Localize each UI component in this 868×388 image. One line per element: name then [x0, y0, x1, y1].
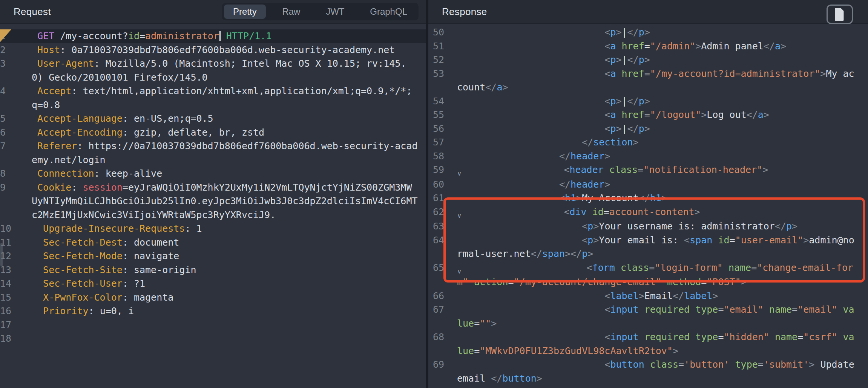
line-number: 6	[0, 127, 6, 138]
code-line: 17	[32, 318, 417, 332]
line-number: 16	[0, 306, 11, 316]
line-number: 7	[0, 141, 6, 151]
line-number: 10	[0, 223, 11, 234]
response-pane-header: Response	[428, 0, 868, 24]
code-line: 57 </section>	[457, 136, 860, 150]
document-icon	[834, 8, 845, 21]
line-number: 61	[433, 192, 444, 203]
code-line: 11Sec-Fetch-Dest: document	[32, 236, 417, 250]
code-line: 69 <button class='button' type='submit'>…	[457, 358, 860, 385]
code-line: 54 <p>|</p>	[457, 95, 860, 108]
code-line: 50 <p>|</p>	[457, 26, 860, 40]
tab-graphql[interactable]: GraphQL	[361, 5, 416, 19]
line-number: 50	[433, 27, 444, 38]
caret-position-corner-marker	[0, 29, 11, 42]
code-line: 9Cookie: session=eyJraWQiOiI0MzhkY2UxMy1…	[32, 181, 417, 222]
line-number: 15	[0, 292, 11, 303]
code-line: 15X-PwnFox-Color: magenta	[32, 291, 417, 305]
code-line: 18	[32, 332, 417, 346]
code-line: 14Sec-Fetch-User: ?1	[32, 277, 417, 291]
line-number: 66	[433, 290, 444, 301]
code-line: 7Referer: https://0a710037039dbd7b806edf…	[32, 139, 417, 167]
code-line: 60 </header>	[457, 178, 860, 192]
line-number: 8	[0, 168, 6, 179]
line-number: 57	[433, 137, 444, 148]
code-line: 10Upgrade-Insecure-Requests: 1	[32, 222, 417, 236]
request-pane: Request PrettyRawJWTGraphQL 1GET /my-acc…	[0, 0, 426, 388]
line-number: 68	[433, 331, 444, 342]
line-number: 12	[0, 251, 11, 261]
request-pane-header: Request PrettyRawJWTGraphQL	[0, 0, 426, 24]
code-line: 65∨ <form class="login-form" name="chang…	[457, 261, 860, 289]
line-number: 18	[0, 333, 11, 344]
line-number: 56	[433, 123, 444, 134]
code-line: 1GET /my-account?id=administrator HTTP/1…	[32, 29, 417, 43]
response-title: Response	[442, 6, 487, 18]
response-editor[interactable]: 50 <p>|</p>51 <a href="/admin">Admin pan…	[428, 23, 868, 388]
line-number: 65	[433, 262, 444, 273]
code-line: 2Host: 0a710037039dbd7b806edf7600ba006d.…	[32, 43, 417, 57]
code-line: 6Accept-Encoding: gzip, deflate, br, zst…	[32, 126, 417, 140]
code-line: 5Accept-Language: en-US,en;q=0.5	[32, 112, 417, 126]
code-line: 66 <label>Email</label>	[457, 289, 860, 303]
code-line: 13Sec-Fetch-Site: same-origin	[32, 263, 417, 277]
chevron-down-icon[interactable]: ∨	[457, 267, 462, 275]
line-number: 54	[433, 96, 444, 107]
line-number: 9	[0, 182, 6, 193]
line-number: 60	[433, 179, 444, 190]
code-line: 59∨ <header class="notification-header">	[457, 163, 860, 178]
line-number: 11	[0, 237, 11, 248]
code-line: 68 <input required type="hidden" name="c…	[457, 330, 860, 358]
line-number: 62	[433, 206, 444, 217]
response-pane: Response 50 <p>|</p>51 <a href="/admin">…	[428, 0, 868, 388]
line-number: 5	[0, 113, 6, 124]
tab-jwt[interactable]: JWT	[317, 5, 353, 19]
line-number: 70	[433, 386, 444, 388]
code-line: 56 <p>|</p>	[457, 122, 860, 136]
request-editor[interactable]: 1GET /my-account?id=administrator HTTP/1…	[0, 23, 426, 388]
code-line: 52 <p>|</p>	[457, 53, 860, 67]
code-line: 58 </header>	[457, 150, 860, 163]
line-number: 3	[0, 58, 6, 69]
code-line: 64 <p>Your email is: <span id="user-emai…	[457, 234, 860, 261]
code-line: 55 <a href="/logout">Log out</a>	[457, 108, 860, 122]
line-number: 13	[0, 264, 11, 275]
chevron-down-icon[interactable]: ∨	[457, 170, 462, 177]
line-number: 55	[433, 109, 444, 120]
request-view-tabbar: PrettyRawJWTGraphQL	[222, 3, 419, 20]
code-line: 12Sec-Fetch-Mode: navigate	[32, 249, 417, 263]
request-title: Request	[14, 6, 51, 18]
line-number: 51	[433, 41, 444, 52]
code-line: 8Connection: keep-alive	[32, 167, 417, 181]
line-number: 2	[0, 44, 6, 55]
code-line: 16Priority: u=0, i	[32, 304, 417, 318]
line-number: 4	[0, 86, 6, 96]
line-number: 67	[433, 304, 444, 315]
code-line: 62∨ <div id=account-content>	[457, 205, 860, 220]
line-number: 53	[433, 68, 444, 79]
line-number: 63	[433, 221, 444, 232]
code-line: 70 </form>	[457, 385, 860, 388]
chevron-down-icon[interactable]: ∨	[457, 212, 462, 219]
code-line: 51 <a href="/admin">Admin panel</a>	[457, 40, 860, 53]
tab-pretty[interactable]: Pretty	[224, 5, 266, 19]
line-number: 14	[0, 278, 11, 289]
code-line: 61 <h1>My Account</h1>	[457, 191, 860, 205]
line-number: 58	[433, 151, 444, 162]
code-line: 67 <input required type="email" name="em…	[457, 303, 860, 330]
line-number: 17	[0, 319, 11, 330]
code-line: 63 <p>Your username is: administrator</p…	[457, 220, 860, 234]
line-number: 64	[433, 235, 444, 246]
code-line: 3User-Agent: Mozilla/5.0 (Macintosh; Int…	[32, 57, 417, 84]
code-line: 4Accept: text/html,application/xhtml+xml…	[32, 84, 417, 112]
line-number: 69	[433, 359, 444, 370]
line-number: 52	[433, 54, 444, 65]
tab-raw[interactable]: Raw	[273, 5, 309, 19]
code-line: 53 <a href="/my-account?id=administrator…	[457, 67, 860, 95]
line-number: 59	[433, 164, 444, 175]
copy-document-button[interactable]	[827, 5, 853, 24]
